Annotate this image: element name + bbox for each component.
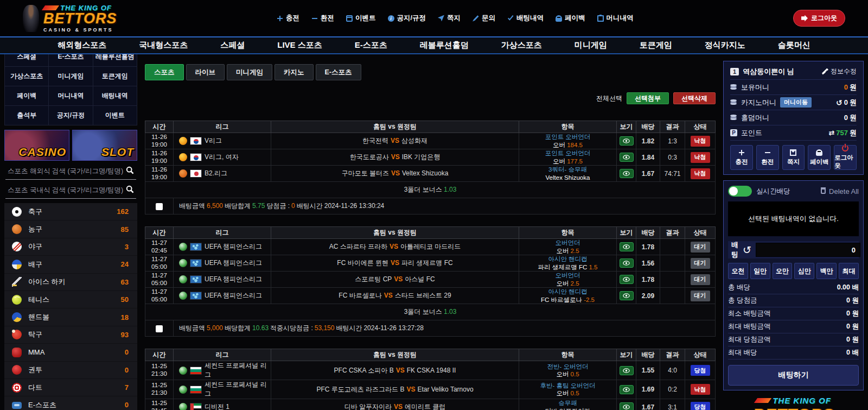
nav-item[interactable]: 가상스포츠 [486, 40, 557, 51]
live-odds-toggle[interactable] [728, 186, 752, 197]
nav-item[interactable]: 스페셜 [205, 40, 260, 51]
nav-item[interactable]: 슬롯머신 [763, 40, 826, 51]
vs-label: VS [384, 292, 393, 299]
sport-list-item[interactable]: MMA 0 [4, 344, 137, 361]
view-odds-button[interactable] [620, 136, 634, 146]
place-bet-button[interactable]: 배팅하기 [728, 365, 859, 386]
panel-action-button[interactable]: 충전 [730, 145, 753, 170]
footer-logo: THE KING OF BETTORS CASINO & SPORTS [723, 396, 864, 410]
sport-list-item[interactable]: 야구 3 [4, 238, 137, 256]
panel-action-button[interactable]: 페이백 [808, 145, 831, 170]
promo-banner[interactable]: SLOT [72, 130, 137, 161]
category-tab[interactable]: 미니게임 [227, 64, 272, 80]
promo-banner[interactable]: CASINO [4, 130, 69, 161]
quick-menu-item[interactable]: 페이백 [5, 86, 49, 106]
swap-icon[interactable]: ⇄ [828, 129, 834, 137]
nav-item[interactable]: 정식카지노 [690, 40, 761, 51]
quick-menu-item[interactable]: 가상스포츠 [5, 67, 49, 86]
sport-list-item[interactable]: 권투 0 [4, 362, 137, 379]
overseas-search-input[interactable] [7, 164, 125, 178]
logo-line3: CASINO & SPORTS [43, 28, 117, 33]
view-cell [617, 288, 636, 304]
header-link[interactable]: 쪽지 [438, 14, 461, 23]
sport-list-item[interactable]: 배구 24 [4, 256, 137, 273]
nav-item[interactable]: 레볼루션홀덤 [405, 40, 484, 51]
panel-action-button[interactable]: 로그아웃 [834, 145, 857, 170]
category-tab[interactable]: 카지노 [275, 64, 314, 80]
vs-label: VS [394, 403, 403, 410]
header-link[interactable]: 페이백 [556, 14, 585, 23]
quick-amount-button[interactable]: 최대 [839, 263, 859, 279]
site-logo[interactable]: THE KING OF BETTORS CASINO & SPORTS [23, 4, 117, 33]
domestic-search-input[interactable] [7, 183, 125, 197]
sport-list-item[interactable]: 아이스 하키 63 [4, 274, 137, 291]
view-odds-button[interactable] [620, 153, 634, 162]
attach-selected-button[interactable]: 선택첨부 [627, 92, 669, 104]
view-odds-button[interactable] [620, 402, 634, 410]
panel-action-button[interactable]: 환전 [756, 145, 779, 170]
sport-list-item[interactable]: 핸드볼 18 [4, 308, 137, 326]
reset-amount-icon[interactable]: ↺ [743, 245, 751, 255]
bet-amount-input[interactable] [756, 243, 860, 257]
quick-amount-button[interactable]: 십만 [794, 263, 814, 279]
nav-item[interactable]: 해외형스포츠 [42, 40, 122, 51]
market-type: 포인트 오버언더 [521, 133, 614, 141]
quick-amount-button[interactable]: 일만 [750, 263, 770, 279]
quick-menu-item[interactable]: 출석부 [5, 106, 49, 125]
refresh-icon[interactable]: ↺ [836, 99, 843, 106]
category-tab[interactable]: E-스포츠 [316, 64, 361, 80]
quick-amount-button[interactable]: 백만 [816, 263, 837, 279]
quick-menu-item[interactable]: 미니게임 [49, 67, 93, 86]
sport-list-item[interactable]: 탁구 93 [4, 326, 137, 344]
delete-selected-button[interactable]: 선택삭제 [673, 92, 716, 104]
sport-list-item[interactable]: 축구 162 [4, 203, 137, 220]
quick-menu-item[interactable]: 머니내역 [49, 86, 93, 106]
view-odds-button[interactable] [620, 169, 634, 178]
search-button[interactable] [125, 165, 135, 177]
header-link[interactable]: 충전 [277, 14, 299, 23]
quick-menu-item[interactable]: 이벤트 [93, 106, 137, 125]
view-odds-button[interactable] [620, 291, 634, 300]
nav-item[interactable]: E-스포츠 [340, 40, 403, 51]
header-link[interactable]: 공지/규정 [388, 14, 426, 23]
logout-button[interactable]: 로그아웃 [793, 10, 845, 27]
header-link[interactable]: 배팅내역 [507, 14, 544, 23]
edit-profile-button[interactable]: 정보수정 [822, 67, 857, 76]
select-bet-checkbox[interactable] [156, 203, 163, 210]
view-odds-button[interactable] [620, 258, 634, 268]
money-move-button[interactable]: 머니이동 [780, 97, 812, 108]
view-odds-button[interactable] [620, 385, 634, 394]
search-button[interactable] [125, 184, 135, 196]
sport-list-item[interactable]: E-스포츠 0 [4, 396, 137, 410]
quick-amount-button[interactable]: 오만 [773, 263, 793, 279]
quick-amount-button[interactable]: 오천 [728, 263, 748, 279]
quick-menu-item[interactable]: 배팅내역 [93, 86, 137, 106]
match-date: 11-25 [148, 400, 171, 407]
view-odds-button[interactable] [620, 366, 634, 375]
nav-item[interactable]: 미니게임 [559, 40, 622, 51]
select-bet-checkbox[interactable] [156, 325, 163, 332]
col-status: 상태 [685, 227, 716, 239]
sport-list-item[interactable]: 테니스 50 [4, 291, 137, 308]
currency-unit: 원 [850, 113, 857, 123]
nav-item[interactable]: 국내형스포츠 [124, 40, 203, 51]
header-link[interactable]: 이벤트 [346, 14, 376, 23]
header-link[interactable]: 문의 [473, 14, 495, 23]
header-link[interactable]: 환전 [311, 14, 334, 23]
view-odds-button[interactable] [620, 242, 634, 251]
panel-action-button[interactable]: 쪽지 [782, 145, 805, 170]
nav-item[interactable]: LIVE 스포츠 [262, 40, 337, 51]
quick-menu-item[interactable]: 토큰게임 [93, 67, 137, 86]
header-link[interactable]: 머니내역 [597, 14, 634, 23]
category-tab[interactable]: 라이브 [186, 64, 225, 80]
delete-all-button[interactable]: Delete All [821, 187, 859, 195]
sport-list-item[interactable]: 농구 85 [4, 220, 137, 238]
empty-betslip-message: 선택된 배팅내역이 없습니다. [728, 201, 859, 236]
quick-menu-item[interactable]: 공지/규정 [49, 106, 93, 125]
calendar-icon [346, 15, 353, 22]
sport-list-item[interactable]: 다트 7 [4, 379, 137, 396]
category-tab[interactable]: 스포츠 [145, 64, 184, 80]
nav-item[interactable]: 토큰게임 [624, 40, 687, 51]
view-odds-button[interactable] [620, 275, 634, 284]
select-all-label[interactable]: 전체선택 [596, 94, 622, 103]
